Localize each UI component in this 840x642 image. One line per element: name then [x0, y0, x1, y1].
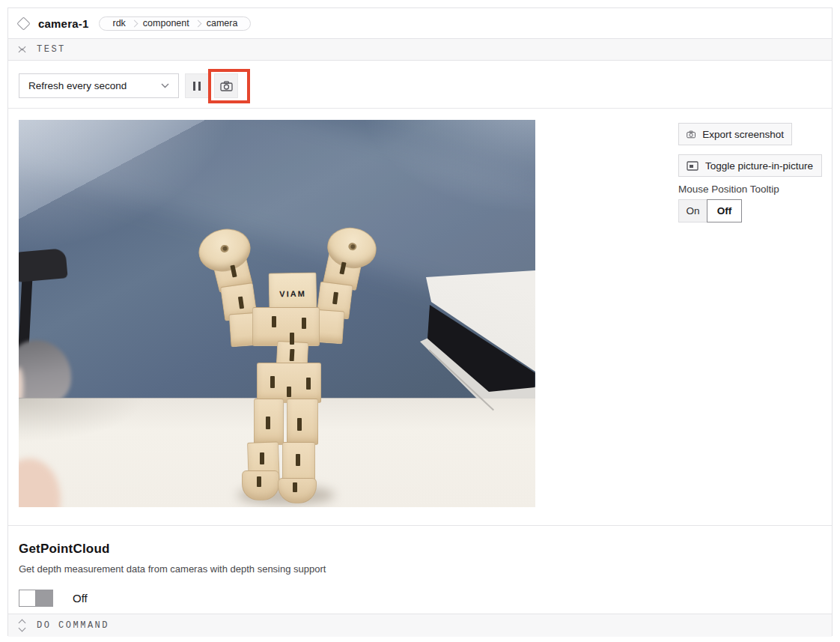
- get-point-cloud-section: GetPointCloud Get depth measurement data…: [8, 525, 832, 614]
- toggle-knob: [19, 590, 36, 607]
- export-screenshot-toolbar-button[interactable]: [214, 73, 238, 98]
- export-screenshot-button[interactable]: Export screenshot: [678, 123, 792, 145]
- disc-hole: [219, 244, 229, 253]
- test-section-content: VIAM: [8, 109, 832, 525]
- robot-slot: [290, 349, 295, 361]
- breadcrumb-camera: camera: [201, 18, 243, 28]
- robot-slot: [293, 482, 297, 492]
- pause-stream-button[interactable]: [185, 73, 209, 98]
- toggle-pip-label: Toggle picture-in-picture: [705, 160, 813, 172]
- robot-slot: [296, 454, 300, 466]
- camera-component-panel: camera-1 rdk component camera TEST Refre…: [7, 7, 833, 636]
- camera-component-page: camera-1 rdk component camera TEST Refre…: [0, 0, 840, 642]
- picture-in-picture-icon: [687, 161, 699, 171]
- robot-slot: [290, 333, 294, 345]
- breadcrumb: rdk component camera: [99, 16, 251, 31]
- component-header: camera-1 rdk component camera: [8, 8, 832, 38]
- robot-slot: [270, 376, 275, 388]
- viam-logo: VIAM: [270, 288, 316, 298]
- breadcrumb-chevron-icon: [130, 19, 138, 27]
- robot-slot: [272, 316, 276, 327]
- get-point-cloud-toggle[interactable]: [19, 590, 53, 607]
- collapse-icon: [19, 44, 27, 55]
- disc-hole: [348, 242, 358, 251]
- expand-icon: [19, 620, 27, 631]
- camera-icon: [687, 130, 696, 139]
- chevron-down-icon: [161, 83, 169, 88]
- camera-live-feed[interactable]: VIAM: [19, 120, 535, 507]
- breadcrumb-rdk: rdk: [107, 18, 130, 28]
- breadcrumb-component: component: [138, 18, 195, 28]
- get-point-cloud-description: Get depth measurement data from cameras …: [19, 563, 821, 575]
- export-screenshot-label: Export screenshot: [702, 129, 784, 140]
- desk-shadow: [19, 398, 146, 443]
- robot-slot: [302, 318, 306, 329]
- do-command-section-label: DO COMMAND: [37, 620, 109, 631]
- robot-slot: [257, 476, 261, 487]
- test-section-header[interactable]: TEST: [8, 38, 832, 61]
- component-title: camera-1: [38, 17, 88, 30]
- robot-right-thigh: [287, 399, 318, 445]
- toggle-pip-button[interactable]: Toggle picture-in-picture: [678, 154, 822, 177]
- camera-icon: [220, 81, 233, 91]
- do-command-section-header[interactable]: DO COMMAND: [8, 614, 832, 637]
- mouse-position-tooltip-label: Mouse Position Tooltip: [678, 184, 779, 195]
- robot-chest: [252, 307, 320, 346]
- breadcrumb-chevron-icon: [194, 19, 201, 27]
- get-point-cloud-title: GetPointCloud: [19, 542, 821, 557]
- get-point-cloud-toggle-label: Off: [73, 592, 88, 605]
- get-point-cloud-toggle-row: Off: [19, 590, 821, 607]
- robot-slot: [266, 417, 270, 429]
- robot-slot: [297, 418, 302, 431]
- refresh-rate-select[interactable]: Refresh every second: [19, 73, 179, 98]
- component-diamond-icon: [16, 16, 30, 30]
- pause-icon: [193, 82, 201, 91]
- mouse-tooltip-on-button[interactable]: On: [678, 199, 707, 222]
- mouse-tooltip-off-button[interactable]: Off: [707, 199, 742, 222]
- robot-slot: [260, 452, 264, 464]
- refresh-rate-value: Refresh every second: [28, 80, 161, 91]
- robot-slot: [287, 387, 291, 397]
- office-chair-armrest: [19, 248, 68, 282]
- robot-slot: [306, 378, 311, 390]
- test-section-label: TEST: [37, 44, 66, 55]
- stream-toolbar: Refresh every second: [8, 61, 832, 109]
